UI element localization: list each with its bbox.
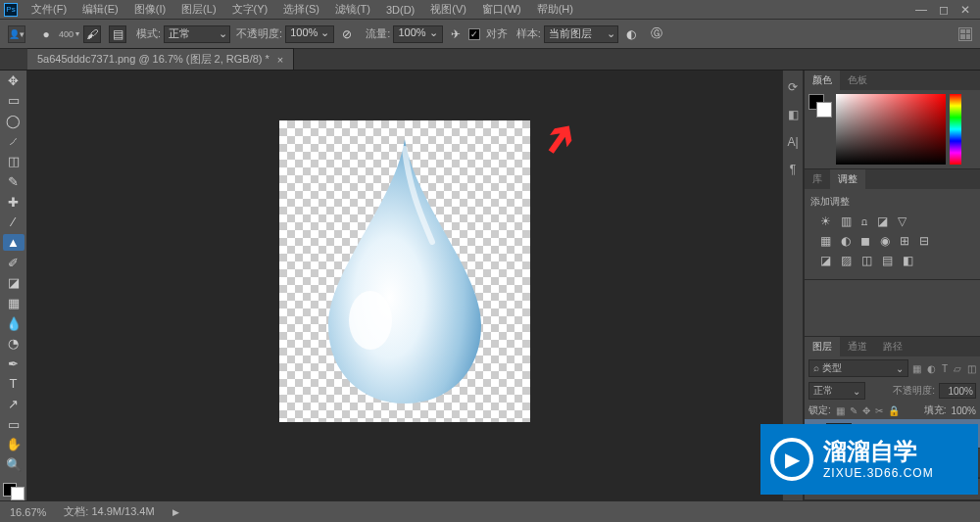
document-tab[interactable]: 5a645dddc7371.png @ 16.7% (图层 2, RGB/8) …: [27, 48, 294, 70]
tool-gradient[interactable]: ▦: [3, 295, 24, 311]
tool-pen[interactable]: ✒: [3, 356, 24, 372]
exposure-icon[interactable]: ◪: [877, 214, 888, 228]
tool-shape[interactable]: ▭: [3, 416, 24, 433]
brush-preview-icon[interactable]: ●: [37, 25, 55, 43]
color-swatches[interactable]: [3, 483, 24, 500]
tool-rect-marquee[interactable]: ▭: [3, 93, 24, 110]
tab-layers[interactable]: 图层: [805, 337, 840, 356]
vibrance-icon[interactable]: ▽: [898, 214, 906, 228]
blend-mode-select[interactable]: 正常⌄: [164, 25, 230, 43]
tool-path-select[interactable]: ↗: [3, 396, 24, 412]
filter-adjust-icon[interactable]: ◐: [927, 363, 936, 374]
levels-icon[interactable]: ▥: [841, 214, 852, 228]
tool-hand[interactable]: ✋: [3, 437, 24, 453]
tool-blur[interactable]: 💧: [3, 315, 24, 332]
tool-dodge[interactable]: ◔: [3, 335, 24, 352]
flow-field[interactable]: 100% ⌄: [393, 25, 442, 43]
channel-mix-icon[interactable]: ⊞: [900, 234, 909, 248]
status-docinfo[interactable]: 文档: 14.9M/13.4M: [64, 504, 154, 519]
curves-icon[interactable]: ⩍: [861, 214, 867, 228]
tab-close-button[interactable]: ×: [277, 54, 283, 66]
filter-pixel-icon[interactable]: ▦: [912, 363, 921, 374]
tab-swatches[interactable]: 色板: [840, 71, 875, 90]
tool-move[interactable]: ✥: [3, 72, 24, 89]
fill-field[interactable]: 100%: [951, 405, 976, 416]
pressure-size-icon[interactable]: Ⓖ: [648, 25, 665, 43]
tool-quick-select[interactable]: ⟋: [3, 133, 24, 150]
tab-paths[interactable]: 路径: [875, 337, 910, 356]
menu-file[interactable]: 文件(F): [24, 0, 74, 19]
tab-color[interactable]: 颜色: [805, 71, 840, 90]
properties-panel-icon[interactable]: ◧: [788, 108, 799, 121]
menu-type[interactable]: 文字(Y): [224, 0, 276, 19]
lock-artboard-icon[interactable]: ✂: [875, 405, 883, 416]
tool-preset-button[interactable]: 👤▾: [8, 25, 25, 43]
color-square-picker[interactable]: [836, 94, 946, 165]
sample-select[interactable]: 当前图层⌄: [544, 25, 618, 43]
tool-history-brush[interactable]: ✐: [3, 255, 24, 271]
layer-blend-select[interactable]: 正常⌄: [808, 382, 865, 400]
filter-smart-icon[interactable]: ◫: [967, 363, 976, 374]
hue-slider[interactable]: [950, 94, 961, 165]
tool-healing[interactable]: ✚: [3, 194, 24, 211]
paragraph-panel-icon[interactable]: ¶: [790, 163, 796, 176]
hue-icon[interactable]: ▦: [820, 234, 831, 248]
window-minimize-button[interactable]: —: [915, 3, 927, 17]
history-panel-icon[interactable]: ⟳: [788, 80, 798, 94]
window-restore-button[interactable]: ◻: [939, 3, 949, 17]
layer-filter-select[interactable]: ⌕ 类型⌄: [808, 359, 908, 377]
opacity-field[interactable]: 100% ⌄: [285, 25, 334, 43]
brightness-icon[interactable]: ☀: [820, 214, 831, 228]
tool-eraser[interactable]: ◪: [3, 274, 24, 291]
tool-clone-stamp[interactable]: ▲: [3, 234, 24, 251]
tab-channels[interactable]: 通道: [840, 337, 875, 356]
menu-edit[interactable]: 编辑(E): [74, 0, 126, 19]
window-close-button[interactable]: ✕: [960, 3, 970, 17]
threshold-icon[interactable]: ◫: [861, 254, 872, 267]
menu-help[interactable]: 帮助(H): [529, 0, 581, 19]
tab-libraries[interactable]: 库: [805, 169, 830, 189]
invert-icon[interactable]: ◪: [820, 254, 831, 267]
tool-zoom[interactable]: 🔍: [3, 456, 24, 473]
lock-paint-icon[interactable]: ✎: [850, 405, 858, 416]
canvas[interactable]: [279, 120, 530, 422]
menu-view[interactable]: 视图(V): [422, 0, 474, 19]
tab-adjustments[interactable]: 调整: [830, 169, 865, 189]
tool-brush[interactable]: ⁄: [3, 214, 24, 230]
menu-layer[interactable]: 图层(L): [173, 0, 223, 19]
posterize-icon[interactable]: ▨: [841, 254, 852, 267]
gradient-map-icon[interactable]: ▤: [882, 254, 893, 267]
aligned-checkbox[interactable]: ✓: [468, 28, 480, 40]
tool-lasso[interactable]: ◯: [3, 113, 24, 129]
workspace-switcher-icon[interactable]: [958, 27, 972, 41]
brush-panel-icon[interactable]: ▤: [109, 25, 126, 43]
character-panel-icon[interactable]: A|: [787, 135, 798, 149]
filter-type-icon[interactable]: T: [942, 363, 948, 374]
tool-crop[interactable]: ◫: [3, 154, 24, 170]
menu-window[interactable]: 窗口(W): [474, 0, 529, 19]
tool-eyedropper[interactable]: ✎: [3, 173, 24, 190]
brush-settings-icon[interactable]: 🖌: [83, 25, 101, 43]
layer-opacity-field[interactable]: 100%: [939, 383, 976, 399]
menu-filter[interactable]: 滤镜(T): [327, 0, 378, 19]
selective-icon[interactable]: ◧: [903, 254, 913, 267]
menu-image[interactable]: 图像(I): [126, 0, 173, 19]
photo-filter-icon[interactable]: ◉: [880, 234, 890, 248]
menu-3d[interactable]: 3D(D): [378, 2, 422, 18]
bw-icon[interactable]: ◼: [860, 234, 870, 248]
panel-color-swatches[interactable]: [808, 94, 832, 118]
filter-shape-icon[interactable]: ▱: [954, 363, 961, 374]
canvas-area[interactable]: ➔: [27, 71, 782, 500]
lock-trans-icon[interactable]: ▦: [836, 405, 845, 416]
balance-icon[interactable]: ◐: [841, 234, 851, 248]
lock-all-icon[interactable]: 🔒: [888, 405, 900, 416]
airbrush-icon[interactable]: ✈: [447, 25, 465, 43]
tool-type[interactable]: T: [3, 376, 24, 393]
opacity-dynamics-icon[interactable]: ⊘: [338, 25, 356, 43]
status-zoom[interactable]: 16.67%: [10, 506, 46, 518]
lut-icon[interactable]: ⊟: [919, 234, 929, 248]
ignore-adjustment-icon[interactable]: ◐: [622, 25, 640, 43]
background-color-icon[interactable]: [11, 487, 24, 500]
lock-pos-icon[interactable]: ✥: [862, 405, 870, 416]
menu-select[interactable]: 选择(S): [275, 0, 327, 19]
